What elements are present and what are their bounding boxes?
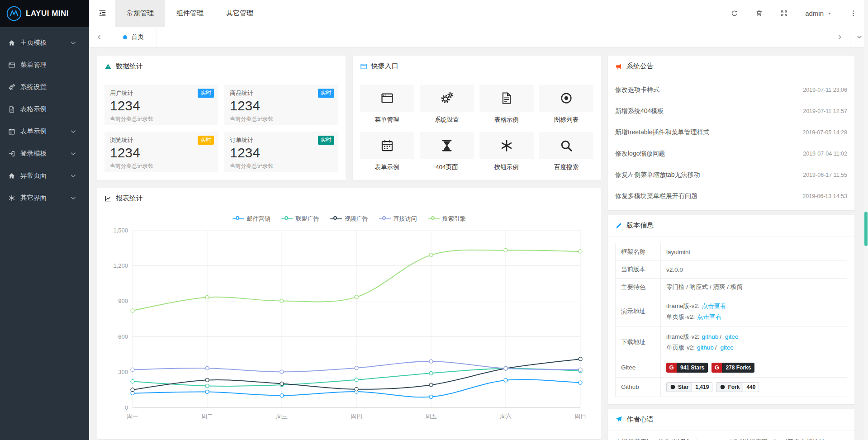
quick-entry-table[interactable]: 表格示例 (479, 85, 534, 124)
stat-box-users[interactable]: 用户统计 1234 当前分类总记录数 实时 (104, 85, 218, 125)
chart-legend: 邮件营销联盟广告视频广告直接访问搜索引擎 (97, 215, 601, 223)
table-row: 主要特色 零门槛 / 响应式 / 清爽 / 极简 (616, 279, 847, 296)
top-tab-other[interactable]: 其它管理 (215, 0, 265, 27)
stat-box-views[interactable]: 浏览统计 1234 当前分类总记录数 实时 (104, 132, 218, 172)
tabs-scroll-right-button[interactable] (829, 27, 850, 47)
quick-tile (539, 132, 593, 159)
download-line-prefix: 单页版-v2: (666, 344, 695, 351)
legend-item[interactable]: 视频广告 (330, 215, 368, 223)
svg-text:周二: 周二 (201, 413, 213, 420)
legend-item[interactable]: 联盟广告 (281, 215, 319, 223)
table-row: 下载地址 iframe版-v2:github/gitee 单页版-v2:gith… (616, 327, 847, 358)
download-gitee-link[interactable]: gitee (721, 344, 734, 351)
gitee-stars-badge[interactable]: G 941 Stars (666, 363, 708, 373)
demo-spa-link[interactable]: 点击查看 (697, 313, 721, 320)
announcement-item[interactable]: 新增treetable插件和菜单管理样式 2019-07-05 14:28 (615, 122, 847, 143)
fullscreen-button[interactable] (780, 9, 788, 17)
scrollbar[interactable] (864, 0, 868, 440)
sidebar-item-other-ui[interactable]: 其它界面 (0, 187, 89, 209)
tab-home-label: 首页 (131, 33, 144, 41)
legend-item[interactable]: 直接访问 (379, 215, 417, 223)
quick-tile (420, 132, 474, 159)
download-line-prefix: iframe版-v2: (666, 333, 700, 340)
quick-entry-icon-list[interactable]: 图标列表 (539, 85, 593, 124)
top-tab-label: 其它管理 (226, 9, 253, 18)
github-fork-badge[interactable]: Fork 440 (716, 382, 759, 392)
file-icon (8, 106, 15, 113)
gitee-logo-icon: G (666, 363, 677, 373)
version-demo-value: iframe版-v2:点击查看 单页版-v2:点击查看 (661, 296, 847, 327)
download-gitee-link[interactable]: gitee (725, 333, 738, 340)
quick-entry-form[interactable]: 表单示例 (360, 132, 414, 171)
legend-item[interactable]: 搜索引擎 (428, 215, 466, 223)
version-card-header: 版本信息 (608, 215, 854, 237)
app-logo[interactable]: LAYUI MINI (0, 0, 89, 27)
sidebar-item-system-settings[interactable]: 系统设置 (0, 76, 89, 98)
stats-card: 数据统计 用户统计 1234 当前分类总记录数 实时 商品统计 1234 当前分… (97, 56, 346, 180)
chevron-right-icon (836, 34, 843, 40)
github-star-badge[interactable]: Star 1,419 (666, 382, 712, 392)
gitee-stars-count: 941 Stars (677, 363, 708, 373)
search-icon (560, 139, 573, 152)
sidebar-item-table-example[interactable]: 表格示例 (0, 98, 89, 120)
trash-icon (755, 9, 763, 17)
announcement-item[interactable]: 修复左侧菜单缩放tab无法移动 2019-06-17 11:55 (615, 164, 847, 185)
report-card: 报表统计 邮件营销联盟广告视频广告直接访问搜索引擎 周一周二周三周四周五周六周日… (97, 188, 601, 439)
user-menu[interactable]: admin (805, 9, 832, 17)
sidebar-item-label: 其它界面 (20, 194, 47, 202)
version-row-label: 下载地址 (616, 327, 661, 358)
legend-item[interactable]: 邮件营销 (232, 215, 270, 223)
quick-entry-settings[interactable]: 系统设置 (420, 85, 474, 124)
quick-entry-buttons[interactable]: 按钮示例 (479, 132, 534, 171)
sidebar-toggle-button[interactable] (89, 0, 115, 27)
stat-value: 1234 (110, 145, 213, 161)
stat-box-orders[interactable]: 订单统计 1234 当前分类总记录数 实时 (224, 132, 338, 172)
quick-label: 图标列表 (539, 116, 593, 124)
download-github-link[interactable]: github (697, 344, 714, 351)
version-row-label: 当前版本 (616, 261, 661, 279)
more-menu-button[interactable] (849, 9, 857, 17)
quick-entry-baidu-search[interactable]: 百度搜索 (539, 132, 593, 171)
svg-text:周六: 周六 (500, 413, 512, 420)
sidebar-item-home-template[interactable]: 主页模板 (0, 32, 89, 54)
top-tab-label: 组件管理 (176, 9, 204, 18)
sidebar-item-login-template[interactable]: 登录模板 (0, 142, 89, 165)
page-tabstrip: 首页 (89, 27, 868, 47)
demo-line-prefix: 单页版-v2: (666, 313, 695, 320)
announcement-text: 新增系统404模板 (615, 107, 664, 115)
quick-entry-menu[interactable]: 菜单管理 (360, 85, 414, 124)
announcement-item[interactable]: 修改logo缩放问题 2019-07-04 11:02 (615, 143, 847, 164)
top-tab-general[interactable]: 常规管理 (115, 0, 165, 27)
tab-home[interactable]: 首页 (110, 27, 157, 47)
gitee-forks-badge[interactable]: G 278 Forks (711, 363, 754, 373)
announcement-item[interactable]: 新增系统404模板 2019-07-11 12:57 (615, 100, 847, 122)
announcement-item[interactable]: 修改选项卡样式 2019-07-11 23:06 (615, 79, 847, 100)
download-github-link[interactable]: github (702, 333, 719, 340)
clear-cache-button[interactable] (755, 9, 763, 17)
link-separator: / (715, 344, 717, 351)
tabs-scroll-left-button[interactable] (89, 27, 110, 47)
announcement-item[interactable]: 修复多模块菜单栏展开有问题 2019-06-13 14:53 (615, 185, 847, 207)
quick-entry-404[interactable]: 404页面 (420, 132, 474, 171)
announcement-date: 2019-06-17 11:55 (803, 172, 847, 178)
sidebar-item-form-example[interactable]: 表单示例 (0, 120, 89, 142)
report-line-chart: 周一周二周三周四周五周六周日03006009001,2001,500 (97, 224, 601, 428)
refresh-button[interactable] (730, 9, 738, 17)
demo-iframe-link[interactable]: 点击查看 (702, 303, 726, 309)
quick-label: 菜单管理 (360, 116, 414, 124)
version-features-value: 零门槛 / 响应式 / 清爽 / 极简 (661, 279, 847, 296)
stat-box-products[interactable]: 商品统计 1234 当前分类总记录数 实时 (224, 85, 338, 125)
version-row-label: 框架名称 (616, 243, 661, 261)
svg-text:周五: 周五 (425, 413, 437, 420)
app-title: LAYUI MINI (26, 9, 69, 18)
sidebar-item-error-pages[interactable]: 异常页面 (0, 165, 89, 187)
announcement-text: 新增treetable插件和菜单管理样式 (615, 128, 709, 137)
svg-text:0: 0 (125, 404, 128, 411)
top-tab-components[interactable]: 组件管理 (165, 0, 215, 27)
quick-tile (420, 85, 474, 112)
sidebar-item-menu-management[interactable]: 菜单管理 (0, 54, 89, 76)
top-tab-label: 常规管理 (127, 9, 154, 18)
scrollbar-thumb[interactable] (864, 212, 868, 246)
asterisk-icon (8, 194, 15, 202)
legend-marker-icon (232, 216, 244, 222)
